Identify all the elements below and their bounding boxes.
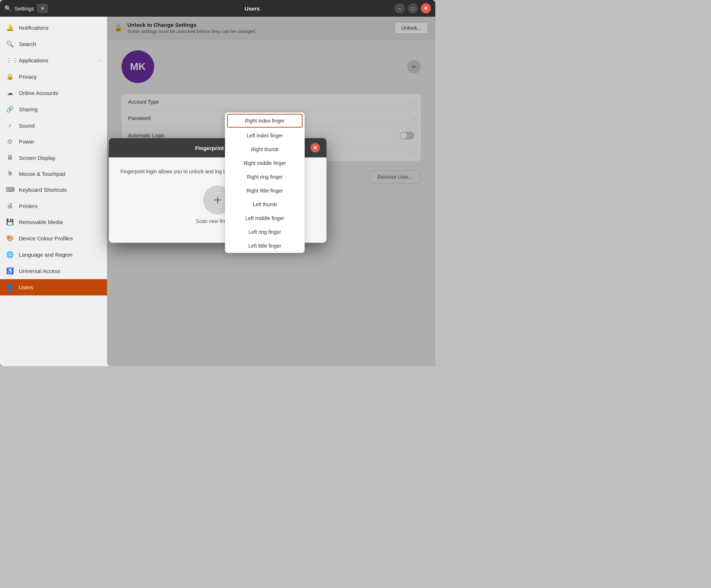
sidebar-label-removable-media: Removable Media xyxy=(19,219,101,225)
mouse-touchpad-icon: 🖱 xyxy=(6,170,14,177)
dropdown-item-7[interactable]: Left middle finger xyxy=(227,211,303,225)
universal-access-icon: ♿ xyxy=(6,267,14,275)
dropdown-item-2[interactable]: Right thumb xyxy=(227,142,303,156)
dropdown-item-1[interactable]: Left index finger xyxy=(227,129,303,142)
dropdown-item-4[interactable]: Right ring finger xyxy=(227,170,303,184)
sidebar-label-notifications: Notifications xyxy=(19,25,101,31)
sidebar-item-keyboard-shortcuts[interactable]: ⌨Keyboard Shortcuts xyxy=(0,182,107,198)
sidebar-label-applications: Applications xyxy=(19,57,95,63)
sidebar-item-language-region[interactable]: 🌐Language and Region xyxy=(0,247,107,263)
search-icon: 🔍 xyxy=(6,40,14,48)
sidebar-item-applications[interactable]: ⋮⋮Applications› xyxy=(0,52,107,69)
finger-dropdown-menu: Right index fingerLeft index fingerRight… xyxy=(225,112,305,253)
titlebar-title: Users xyxy=(110,5,395,12)
sidebar-label-users: Users xyxy=(19,284,101,290)
sidebar-label-keyboard-shortcuts: Keyboard Shortcuts xyxy=(19,187,101,193)
sidebar-item-universal-access[interactable]: ♿Universal Access xyxy=(0,263,107,279)
sidebar-item-removable-media[interactable]: 💾Removable Media xyxy=(0,214,107,230)
sidebar-item-mouse-touchpad[interactable]: 🖱Mouse & Touchpad xyxy=(0,166,107,182)
applications-icon: ⋮⋮ xyxy=(6,57,14,64)
keyboard-shortcuts-icon: ⌨ xyxy=(6,186,14,194)
sidebar-item-device-colour-profiles[interactable]: 🎨Device Colour Profiles xyxy=(0,230,107,247)
sidebar-label-privacy: Privacy xyxy=(19,74,101,80)
users-icon: 👤 xyxy=(6,283,14,291)
sidebar-label-sound: Sound xyxy=(19,123,101,129)
sidebar-item-online-accounts[interactable]: ☁Online Accounts xyxy=(0,85,107,101)
close-button[interactable]: ✕ xyxy=(421,3,431,13)
dropdown-item-8[interactable]: Left ring finger xyxy=(227,225,303,239)
modal-close-button[interactable]: ✕ xyxy=(311,143,320,153)
dropdown-item-0[interactable]: Right index finger xyxy=(227,114,303,128)
sidebar-label-online-accounts: Online Accounts xyxy=(19,90,101,96)
removable-media-icon: 💾 xyxy=(6,218,14,226)
sidebar-item-privacy[interactable]: 🔒Privacy xyxy=(0,69,107,85)
sidebar-label-device-colour-profiles: Device Colour Profiles xyxy=(19,235,101,241)
privacy-icon: 🔒 xyxy=(6,73,14,80)
language-region-icon: 🌐 xyxy=(6,251,14,258)
sharing-icon: 🔗 xyxy=(6,105,14,113)
hamburger-button[interactable]: ≡ xyxy=(37,4,48,13)
sidebar-item-screen-display[interactable]: 🖥Screen Display xyxy=(0,150,107,166)
printers-icon: 🖨 xyxy=(6,202,14,210)
sidebar-item-printers[interactable]: 🖨Printers xyxy=(0,198,107,214)
dropdown-item-5[interactable]: Right little finger xyxy=(227,184,303,198)
sidebar-item-users[interactable]: 👤Users xyxy=(0,279,107,295)
device-colour-profiles-icon: 🎨 xyxy=(6,235,14,242)
sidebar-label-language-region: Language and Region xyxy=(19,252,101,258)
sidebar-label-search: Search xyxy=(19,41,101,47)
maximize-button[interactable]: □ xyxy=(408,3,418,13)
dropdown-item-9[interactable]: Left little finger xyxy=(227,239,303,253)
sidebar-label-printers: Printers xyxy=(19,203,101,209)
sidebar: 🔔Notifications🔍Search⋮⋮Applications›🔒Pri… xyxy=(0,17,107,366)
power-icon: ⊙ xyxy=(6,138,14,145)
sidebar-label-power: Power xyxy=(19,138,101,145)
sidebar-label-mouse-touchpad: Mouse & Touchpad xyxy=(19,171,101,177)
sound-icon: ♪ xyxy=(6,122,14,129)
sidebar-label-screen-display: Screen Display xyxy=(19,155,101,161)
online-accounts-icon: ☁ xyxy=(6,89,14,97)
sidebar-item-sound[interactable]: ♪Sound xyxy=(0,117,107,133)
search-icon: 🔍 xyxy=(4,5,12,12)
sidebar-label-universal-access: Universal Access xyxy=(19,268,101,274)
dropdown-item-3[interactable]: Right middle finger xyxy=(227,156,303,170)
minimize-button[interactable]: – xyxy=(395,3,405,13)
sidebar-label-sharing: Sharing xyxy=(19,106,101,112)
applications-chevron-icon: › xyxy=(100,58,101,63)
sidebar-item-notifications[interactable]: 🔔Notifications xyxy=(0,20,107,36)
screen-display-icon: 🖥 xyxy=(6,154,14,161)
sidebar-item-power[interactable]: ⊙Power xyxy=(0,133,107,150)
titlebar: 🔍 Settings ≡ Users – □ ✕ xyxy=(0,0,435,17)
dropdown-item-6[interactable]: Left thumb xyxy=(227,198,303,211)
titlebar-app-name: Settings xyxy=(15,5,34,12)
sidebar-item-search[interactable]: 🔍Search xyxy=(0,36,107,52)
titlebar-controls: – □ ✕ xyxy=(395,3,431,13)
titlebar-left: 🔍 Settings ≡ xyxy=(4,4,110,13)
notifications-icon: 🔔 xyxy=(6,24,14,32)
sidebar-item-sharing[interactable]: 🔗Sharing xyxy=(0,101,107,117)
